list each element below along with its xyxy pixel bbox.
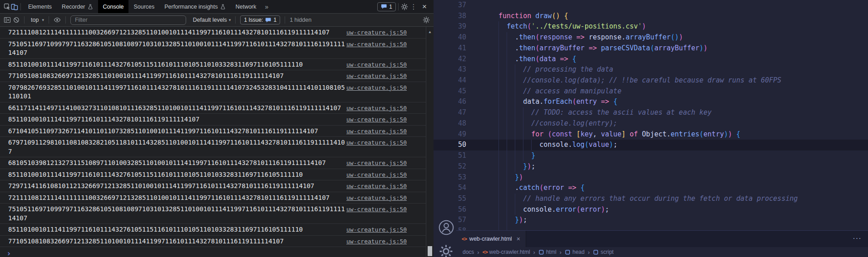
scroll-up-arrow-icon[interactable]: ▲ bbox=[426, 30, 434, 34]
source-link[interactable]: uw-creature.js:50 bbox=[346, 83, 407, 92]
source-link[interactable]: uw-creature.js:50 bbox=[346, 225, 407, 234]
line-number[interactable]: 56 bbox=[434, 204, 487, 215]
chevron-down-icon[interactable]: ▾ bbox=[42, 18, 44, 22]
source-link[interactable]: uw-creature.js:50 bbox=[346, 194, 407, 203]
tab-sources[interactable]: Sources bbox=[128, 0, 159, 13]
code-line-42[interactable]: 42 .then(data => { bbox=[434, 54, 868, 65]
code-line-57[interactable]: 57 }); bbox=[434, 215, 868, 226]
code-line-52[interactable]: 52 }); bbox=[434, 161, 868, 172]
line-number[interactable]: 55 bbox=[434, 194, 487, 204]
inspect-element-button[interactable] bbox=[4, 3, 11, 10]
code-line-40[interactable]: 40 .then(response => response.arrayBuffe… bbox=[434, 32, 868, 43]
code-line-38[interactable]: 38function draw() { bbox=[434, 11, 868, 22]
line-number[interactable]: 37 bbox=[434, 0, 487, 11]
issue-count: 1 bbox=[273, 17, 276, 23]
line-number[interactable]: 54 bbox=[434, 183, 487, 194]
tab-performance-insights[interactable]: Performance insights bbox=[159, 0, 230, 13]
tab-web-crawler[interactable]: <> web-crawler.html × bbox=[456, 231, 526, 247]
line-number[interactable]: 51 bbox=[434, 150, 487, 161]
breadcrumb-item-html[interactable]: html bbox=[538, 249, 557, 255]
scrollbar-thumb[interactable] bbox=[428, 246, 432, 256]
line-number[interactable]: 43 bbox=[434, 64, 487, 75]
kebab-menu-icon[interactable]: ⋮ bbox=[408, 3, 419, 11]
code-line-56[interactable]: 56 console.error(error); bbox=[434, 204, 868, 215]
code-line-45[interactable]: 45 // access and manipulate bbox=[434, 86, 868, 97]
console-settings-gear-icon[interactable] bbox=[423, 16, 430, 24]
tab-console[interactable]: Console bbox=[98, 0, 129, 13]
breadcrumb-item-docs[interactable]: docs bbox=[463, 249, 474, 255]
live-expression-icon[interactable] bbox=[54, 16, 61, 24]
source-link[interactable]: uw-creature.js:50 bbox=[346, 159, 407, 168]
context-selector[interactable]: top bbox=[31, 17, 39, 23]
line-number[interactable]: 49 bbox=[434, 129, 487, 140]
line-number[interactable]: 38 bbox=[434, 11, 487, 22]
code-line-50[interactable]: 50 console.log(value); bbox=[434, 140, 868, 150]
code-line-55[interactable]: 55 // handle any errors that occur durin… bbox=[434, 194, 868, 204]
line-number[interactable]: 50 bbox=[434, 140, 487, 150]
code-line-48[interactable]: 48 //console.log(entry); bbox=[434, 118, 868, 129]
more-actions-icon[interactable]: ··· bbox=[853, 234, 862, 242]
settings-gear-icon[interactable] bbox=[401, 3, 408, 10]
breadcrumb-item-web-crawler-html[interactable]: <>web-crawler.html bbox=[483, 249, 530, 255]
source-link[interactable]: uw-creature.js:50 bbox=[346, 104, 407, 113]
tab-network[interactable]: Network bbox=[231, 0, 261, 13]
console-prompt[interactable]: › bbox=[0, 247, 426, 257]
code-line-47[interactable]: 47 // TODO: access the ascii values at e… bbox=[434, 107, 868, 118]
more-tabs-icon[interactable]: » bbox=[261, 3, 272, 10]
code-line-53[interactable]: 53 }) bbox=[434, 172, 868, 183]
line-number[interactable]: 40 bbox=[434, 32, 487, 43]
line-number[interactable]: 48 bbox=[434, 118, 487, 129]
code-line-39[interactable]: 39 fetch('../tests/uw-positions.csv') bbox=[434, 21, 868, 32]
divider bbox=[49, 16, 49, 24]
code-lines[interactable]: 3738function draw() {39 fetch('../tests/… bbox=[434, 0, 868, 237]
line-number[interactable]: 46 bbox=[434, 97, 487, 107]
code-line-46[interactable]: 46 data.forEach(entry => { bbox=[434, 97, 868, 107]
code-line-43[interactable]: 43 // processing the data bbox=[434, 64, 868, 75]
source-link[interactable]: uw-creature.js:50 bbox=[346, 28, 407, 37]
source-link[interactable]: uw-creature.js:50 bbox=[346, 170, 407, 179]
line-number[interactable]: 42 bbox=[434, 54, 487, 65]
tab-elements[interactable]: Elements bbox=[23, 0, 57, 13]
source-link[interactable]: uw-creature.js:50 bbox=[346, 138, 407, 147]
manage-gear-icon[interactable] bbox=[439, 244, 453, 257]
clear-console-icon[interactable] bbox=[13, 17, 20, 23]
code-line-37[interactable]: 37 bbox=[434, 0, 868, 11]
code-line-54[interactable]: 54 .catch(error => { bbox=[434, 183, 868, 194]
code-line-44[interactable]: 44 //console.log(data); // !!be careful … bbox=[434, 75, 868, 86]
line-number[interactable]: 44 bbox=[434, 75, 487, 86]
code-line-41[interactable]: 41 .then(arrayBuffer => parseCSVData(arr… bbox=[434, 43, 868, 54]
source-link[interactable]: uw-creature.js:50 bbox=[346, 237, 407, 246]
source-link[interactable]: uw-creature.js:50 bbox=[346, 182, 407, 191]
source-link[interactable]: uw-creature.js:50 bbox=[346, 72, 407, 81]
source-link[interactable]: uw-creature.js:50 bbox=[346, 127, 407, 136]
console-sidebar-icon[interactable] bbox=[4, 16, 11, 24]
close-icon[interactable]: × bbox=[419, 2, 430, 11]
console-scrollbar[interactable]: ▲ bbox=[426, 27, 434, 257]
code-token: // processing the data bbox=[523, 65, 613, 73]
breadcrumb-item-script[interactable]: script bbox=[593, 249, 614, 255]
code-token: ' bbox=[638, 22, 642, 30]
code-text: console.error(error); bbox=[487, 204, 868, 215]
source-link[interactable]: uw-creature.js:50 bbox=[346, 115, 407, 124]
source-link[interactable]: uw-creature.js:50 bbox=[346, 205, 407, 214]
log-levels-dropdown[interactable]: Default levels ▾ bbox=[193, 17, 231, 23]
device-toolbar-button[interactable] bbox=[11, 3, 18, 10]
line-number[interactable]: 52 bbox=[434, 161, 487, 172]
tab-recorder[interactable]: Recorder bbox=[57, 0, 98, 13]
breadcrumb-item-head[interactable]: head bbox=[565, 249, 585, 255]
line-number[interactable]: 45 bbox=[434, 86, 487, 97]
line-number[interactable]: 53 bbox=[434, 172, 487, 183]
line-number[interactable]: 47 bbox=[434, 107, 487, 118]
account-icon[interactable] bbox=[438, 219, 455, 236]
issues-counter-button[interactable]: 1 bbox=[377, 2, 396, 11]
source-link[interactable]: uw-creature.js:50 bbox=[346, 40, 407, 49]
issue-counter-button[interactable]: 1 Issue: 1 bbox=[240, 15, 280, 24]
chevron-down-icon: ▾ bbox=[229, 18, 231, 22]
filter-input[interactable] bbox=[70, 15, 186, 25]
line-number[interactable]: 41 bbox=[434, 43, 487, 54]
code-line-51[interactable]: 51 } bbox=[434, 150, 868, 161]
line-number[interactable]: 39 bbox=[434, 21, 487, 32]
code-line-49[interactable]: 49 for (const [key, value] of Object.ent… bbox=[434, 129, 868, 140]
tab-close-icon[interactable]: × bbox=[517, 235, 520, 242]
source-link[interactable]: uw-creature.js:50 bbox=[346, 60, 407, 69]
